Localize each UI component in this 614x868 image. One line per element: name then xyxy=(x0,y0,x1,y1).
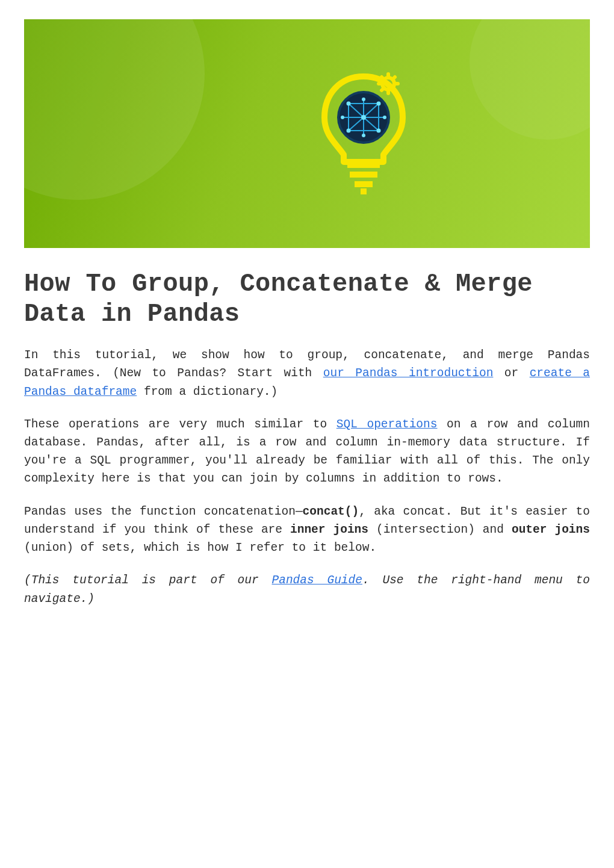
svg-line-29 xyxy=(382,77,384,79)
paragraph-concat: Pandas uses the function concatenation—c… xyxy=(24,503,590,557)
svg-rect-0 xyxy=(347,162,380,168)
text: (intersection) and xyxy=(368,523,512,536)
page-title: How To Group, Concatenate & Merge Data i… xyxy=(24,270,590,329)
svg-point-15 xyxy=(361,115,366,120)
svg-rect-2 xyxy=(355,181,373,187)
paragraph-guide-note: (This tutorial is part of our Pandas Gui… xyxy=(24,571,590,607)
hero-image xyxy=(24,19,590,248)
text: or xyxy=(493,367,529,380)
svg-point-20 xyxy=(362,98,365,101)
svg-point-18 xyxy=(347,129,351,133)
svg-point-17 xyxy=(377,102,381,106)
link-sql-operations[interactable]: SQL operations xyxy=(336,418,438,431)
lightbulb-brain-gear-icon xyxy=(312,70,415,197)
text: (union) of sets, which is how I refer to… xyxy=(24,541,376,554)
svg-line-31 xyxy=(382,88,384,90)
bold-outer-joins: outer joins xyxy=(512,523,590,536)
bold-concat: concat() xyxy=(303,505,359,518)
paragraph-intro: In this tutorial, we show how to group, … xyxy=(24,346,590,401)
text: These operations are very much similar t… xyxy=(24,418,336,431)
svg-rect-1 xyxy=(350,172,377,178)
svg-point-21 xyxy=(362,134,365,137)
svg-point-19 xyxy=(377,129,381,133)
svg-line-32 xyxy=(392,88,395,90)
italic-text: (This tutorial is part of our xyxy=(24,574,271,587)
svg-point-22 xyxy=(341,116,344,119)
svg-line-30 xyxy=(392,77,395,79)
svg-rect-3 xyxy=(361,188,367,194)
text: from a dictionary.) xyxy=(137,385,278,398)
text: Pandas uses the function concatenation— xyxy=(24,505,303,518)
svg-point-16 xyxy=(347,102,351,106)
link-pandas-guide[interactable]: Pandas Guide xyxy=(271,574,362,587)
bold-inner-joins: inner joins xyxy=(290,523,368,536)
svg-point-23 xyxy=(383,116,386,119)
link-pandas-intro[interactable]: our Pandas introduction xyxy=(323,367,494,380)
paragraph-sql: These operations are very much similar t… xyxy=(24,415,590,488)
